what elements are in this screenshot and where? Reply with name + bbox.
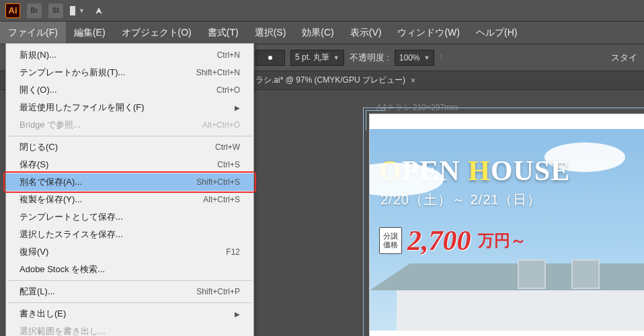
menu-item[interactable]: 開く(O)...Ctrl+O [6, 81, 253, 99]
menu-item-label: 閉じる(C) [19, 141, 58, 153]
menu-file[interactable]: ファイル(F) [0, 22, 66, 44]
svg-rect-0 [70, 6, 75, 15]
menu-item-label: 復帰(V) [19, 246, 48, 258]
submenu-arrow-icon: ▶ [235, 104, 240, 112]
style-label: スタイ [611, 52, 637, 64]
menu-item-shortcut: Shift+Ctrl+N [196, 68, 240, 77]
menu-item-shortcut: Ctrl+O [216, 85, 240, 95]
menu-item-shortcut: Alt+Ctrl+S [203, 195, 240, 204]
menu-item-label: 選択範囲を書き出し... [19, 325, 106, 336]
menu-type[interactable]: 書式(T) [200, 22, 247, 44]
opacity-label: 不透明度 : [350, 52, 389, 64]
more-chevron-icon[interactable]: 〉 [440, 53, 446, 62]
menu-item[interactable]: 複製を保存(Y)...Alt+Ctrl+S [6, 191, 253, 208]
menu-item[interactable]: Adobe Stock を検索... [6, 261, 253, 278]
menu-edit[interactable]: 編集(E) [66, 22, 114, 44]
menu-separator [7, 136, 252, 136]
menu-item-label: 最近使用したファイルを開く(F) [19, 101, 145, 114]
menu-item[interactable]: テンプレートから新規(T)...Shift+Ctrl+N [6, 64, 253, 81]
menu-item-label: 配置(L)... [19, 286, 55, 298]
app-topbar: Ai Br St ▼ [0, 0, 644, 22]
bridge-button[interactable]: Br [27, 3, 42, 18]
flyer-price: 分譲 価格 2,700万円～ [379, 224, 526, 257]
menu-item-label: 保存(S) [19, 159, 48, 171]
menu-item-label: 複製を保存(Y)... [19, 194, 82, 206]
menu-item-label: テンプレートから新規(T)... [19, 67, 125, 79]
menu-item-shortcut: Shift+Ctrl+S [196, 177, 240, 187]
price-amount: 2,700 [407, 224, 471, 257]
menu-item[interactable]: 最近使用したファイルを開く(F)▶ [6, 99, 253, 116]
menu-item-label: 開く(O)... [19, 84, 57, 96]
menu-item: Bridge で参照...Alt+Ctrl+O [6, 116, 253, 134]
menu-separator [7, 302, 252, 303]
close-icon[interactable]: × [411, 76, 415, 85]
menu-item: 選択範囲を書き出し... [6, 323, 253, 336]
menu-item[interactable]: 配置(L)...Shift+Ctrl+P [6, 283, 253, 300]
menu-item[interactable]: 閉じる(C)Ctrl+W [6, 138, 253, 156]
gpu-rocket-icon[interactable] [91, 3, 106, 18]
menu-item[interactable]: 保存(S)Ctrl+S [6, 156, 253, 173]
menu-help[interactable]: ヘルプ(H) [468, 22, 525, 44]
flyer-dates: 2/20（土）～ 2/21（日） [380, 191, 541, 209]
menu-item-label: Adobe Stock を検索... [19, 263, 105, 276]
flyer-headline: OPEN HOUSE [379, 155, 644, 187]
menu-item[interactable]: 選択したスライスを保存... [6, 226, 253, 243]
document-tab[interactable]: ラシ.ai* @ 97% (CMYK/GPU プレビュー) × [255, 75, 415, 86]
menu-item-label: 新規(N)... [19, 49, 56, 61]
menu-item-label: 書き出し(E) [19, 308, 66, 320]
submenu-arrow-icon: ▶ [235, 310, 240, 318]
menu-item-shortcut: Shift+Ctrl+P [196, 287, 240, 296]
menu-item-shortcut: Ctrl+N [217, 50, 240, 60]
menu-effect[interactable]: 効果(C) [294, 22, 341, 44]
opacity-combo[interactable]: 100% ▼ [395, 50, 435, 66]
menubar: ファイル(F) 編集(E) オブジェクト(O) 書式(T) 選択(S) 効果(C… [0, 22, 644, 44]
menu-item[interactable]: 新規(N)...Ctrl+N [6, 46, 253, 64]
app-logo: Ai [5, 3, 20, 18]
chevron-down-icon: ▼ [424, 54, 430, 61]
price-box: 分譲 価格 [379, 227, 402, 254]
menu-item-label: 別名で保存(A)... [19, 176, 82, 188]
menu-separator [7, 280, 252, 281]
menu-item[interactable]: テンプレートとして保存... [6, 208, 253, 226]
menu-item-label: テンプレートとして保存... [19, 211, 123, 223]
menu-item[interactable]: 別名で保存(A)...Shift+Ctrl+S [6, 173, 253, 191]
flyer-background: OPEN HOUSE 2/20（土）～ 2/21（日） 分譲 価格 2,700万… [370, 129, 644, 331]
price-unit: 万円～ [478, 230, 526, 251]
stroke-swatch[interactable] [255, 50, 285, 66]
menu-item-shortcut: F12 [226, 247, 240, 257]
file-menu-dropdown: 新規(N)...Ctrl+Nテンプレートから新規(T)...Shift+Ctrl… [5, 43, 254, 336]
menu-view[interactable]: 表示(V) [342, 22, 390, 44]
chevron-down-icon: ▼ [333, 54, 339, 61]
flyer-house-illustration [370, 263, 644, 331]
menu-item-shortcut: Ctrl+W [215, 142, 240, 152]
menu-window[interactable]: ウィンドウ(W) [389, 22, 468, 44]
opacity-value: 100% [399, 53, 420, 62]
menu-object[interactable]: オブジェクト(O) [114, 22, 200, 44]
brush-preset-value: 5 pt. 丸筆 [295, 52, 329, 63]
document-tab-title: ラシ.ai* @ 97% (CMYK/GPU プレビュー) [255, 75, 405, 86]
menu-item[interactable]: 復帰(V)F12 [6, 243, 253, 261]
menu-item-label: Bridge で参照... [19, 119, 81, 131]
stock-button[interactable]: St [48, 3, 63, 18]
menu-item-label: 選択したスライスを保存... [19, 228, 123, 241]
menu-item-shortcut: Ctrl+S [217, 160, 240, 169]
canvas[interactable]: A4チラシ 210×297mm OPEN HOUSE 2/20（土）～ 2/21… [255, 90, 644, 336]
artboard[interactable]: OPEN HOUSE 2/20（土）～ 2/21（日） 分譲 価格 2,700万… [370, 114, 644, 336]
arrange-documents-icon[interactable]: ▼ [70, 3, 85, 18]
menu-item-shortcut: Alt+Ctrl+O [202, 120, 240, 130]
brush-preset-combo[interactable]: 5 pt. 丸筆 ▼ [290, 50, 344, 66]
menu-item[interactable]: 書き出し(E)▶ [6, 305, 253, 323]
trim-mark [366, 110, 386, 130]
menu-select[interactable]: 選択(S) [247, 22, 294, 44]
